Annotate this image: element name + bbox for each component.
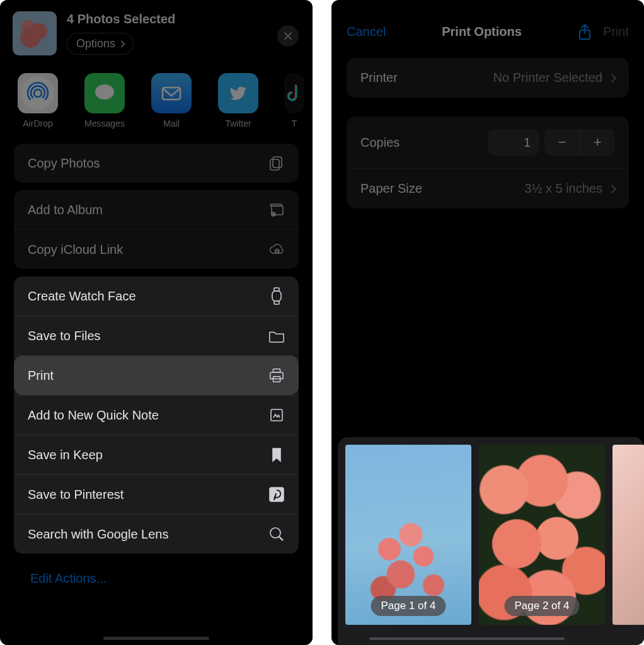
- print-button[interactable]: Print: [603, 25, 629, 39]
- share-app-mail[interactable]: Mail: [151, 73, 192, 128]
- share-button[interactable]: [578, 23, 592, 40]
- printer-value: No Printer Selected: [493, 71, 602, 85]
- paper-size-row[interactable]: Paper Size 3½ x 5 inches: [347, 168, 629, 208]
- svg-rect-4: [270, 159, 279, 170]
- share-app-label: T: [292, 118, 297, 128]
- action-label: Print: [28, 368, 54, 383]
- svg-rect-9: [272, 291, 281, 301]
- options-button[interactable]: Options: [67, 33, 134, 55]
- svg-rect-3: [273, 157, 282, 168]
- action-label: Add to Album: [28, 203, 103, 217]
- edit-actions-button[interactable]: Edit Actions...: [14, 561, 299, 596]
- album-icon: [268, 202, 285, 218]
- share-app-airdrop[interactable]: AirDrop: [18, 73, 58, 128]
- copies-increment-button[interactable]: +: [580, 129, 615, 156]
- share-apps-row: AirDrop Messages Mail Twitter: [0, 55, 313, 128]
- svg-rect-2: [163, 88, 180, 100]
- share-app-label: Twitter: [225, 118, 251, 128]
- preview-row[interactable]: Page 1 of 4 Page 2 of 4 Pa: [345, 445, 644, 627]
- printer-row[interactable]: Printer No Printer Selected: [347, 58, 629, 98]
- action-label: Save in Keep: [28, 448, 103, 462]
- preview-scrollbar[interactable]: [369, 637, 565, 640]
- action-save-to-files[interactable]: Save to Files: [14, 316, 299, 355]
- print-settings-group: Copies 1 − + Paper Size 3½ x 5 inches: [347, 117, 629, 208]
- share-icon: [578, 23, 592, 41]
- share-app-label: Messages: [84, 118, 125, 128]
- bookmark-icon: [268, 447, 285, 463]
- action-add-to-album[interactable]: Add to Album: [14, 190, 299, 229]
- mail-icon: [151, 73, 192, 113]
- airdrop-icon: [18, 73, 58, 113]
- action-group: Copy Photos: [14, 144, 299, 183]
- svg-rect-12: [270, 372, 283, 379]
- action-save-to-pinterest[interactable]: Save to Pinterest: [14, 474, 299, 514]
- cancel-button[interactable]: Cancel: [347, 25, 386, 39]
- action-search-google-lens[interactable]: Search with Google Lens: [14, 514, 299, 554]
- copy-photos-icon: [268, 155, 285, 171]
- pinterest-icon: [268, 486, 285, 503]
- action-label: Add to New Quick Note: [28, 408, 159, 423]
- chevron-right-icon: [607, 73, 616, 82]
- action-add-to-quick-note[interactable]: Add to New Quick Note: [14, 395, 299, 435]
- page-indicator: Page 2 of 4: [505, 596, 580, 616]
- share-app-label: Mail: [163, 118, 180, 128]
- preview-page[interactable]: Page 1 of 4: [345, 445, 471, 625]
- action-create-watch-face[interactable]: Create Watch Face: [14, 277, 299, 316]
- close-icon: [283, 31, 293, 41]
- tiktok-icon: [284, 73, 304, 113]
- twitter-icon: [218, 73, 258, 113]
- svg-rect-6: [270, 204, 282, 206]
- preview-page[interactable]: Pa: [612, 445, 644, 625]
- navbar: Cancel Print Options Print: [331, 0, 644, 44]
- folder-icon: [268, 328, 285, 344]
- copies-stepper: − +: [544, 129, 615, 156]
- share-app-tiktok[interactable]: T: [285, 73, 304, 128]
- action-print[interactable]: Print: [14, 355, 299, 395]
- action-copy-photos[interactable]: Copy Photos: [14, 144, 299, 183]
- svg-point-1: [95, 84, 114, 100]
- print-options-screen: Cancel Print Options Print Printer No Pr…: [331, 0, 644, 645]
- share-app-twitter[interactable]: Twitter: [218, 73, 258, 128]
- copies-value[interactable]: 1: [488, 129, 539, 156]
- action-group: Add to Album Copy iCloud Link: [14, 190, 299, 269]
- print-icon: [268, 367, 285, 384]
- svg-rect-13: [273, 369, 280, 373]
- share-sheet-header: 4 Photos Selected Options: [0, 0, 313, 55]
- setting-label: Copies: [360, 135, 400, 150]
- action-copy-icloud-link[interactable]: Copy iCloud Link: [14, 229, 299, 269]
- action-label: Copy Photos: [28, 156, 100, 171]
- preview-page[interactable]: Page 2 of 4: [479, 445, 605, 625]
- home-indicator[interactable]: [103, 637, 209, 640]
- watch-icon: [268, 288, 285, 304]
- svg-rect-15: [271, 409, 282, 421]
- action-label: Copy iCloud Link: [28, 243, 123, 257]
- icloud-link-icon: [268, 241, 285, 258]
- svg-point-17: [270, 528, 280, 538]
- svg-point-0: [34, 89, 42, 97]
- printer-settings-group: Printer No Printer Selected: [347, 58, 629, 98]
- action-label: Save to Pinterest: [28, 488, 124, 502]
- svg-rect-11: [274, 301, 279, 304]
- action-group: Create Watch Face Save to Files Print Ad…: [14, 277, 299, 554]
- action-list: Copy Photos Add to Album Copy iCloud Lin…: [0, 128, 313, 596]
- action-save-in-keep[interactable]: Save in Keep: [14, 435, 299, 474]
- messages-icon: [84, 73, 125, 113]
- svg-rect-10: [274, 288, 279, 291]
- search-icon: [268, 526, 285, 542]
- action-label: Search with Google Lens: [28, 527, 168, 542]
- chevron-right-icon: [607, 184, 616, 193]
- close-button[interactable]: [277, 25, 299, 47]
- page-title: Print Options: [442, 25, 522, 39]
- action-label: Save to Files: [28, 329, 101, 343]
- page-indicator: Page 1 of 4: [371, 596, 446, 616]
- share-app-label: AirDrop: [23, 118, 52, 128]
- selected-photo-thumbnail[interactable]: [13, 11, 57, 55]
- setting-label: Printer: [360, 71, 398, 85]
- print-preview-strip: Page 1 of 4 Page 2 of 4 Pa: [338, 437, 644, 645]
- copies-decrement-button[interactable]: −: [544, 129, 580, 156]
- share-app-messages[interactable]: Messages: [84, 73, 125, 128]
- copies-row: Copies 1 − +: [347, 117, 629, 168]
- chevron-right-icon: [118, 40, 125, 47]
- share-sheet-screen: 4 Photos Selected Options AirDrop: [0, 0, 313, 645]
- options-label: Options: [76, 37, 115, 50]
